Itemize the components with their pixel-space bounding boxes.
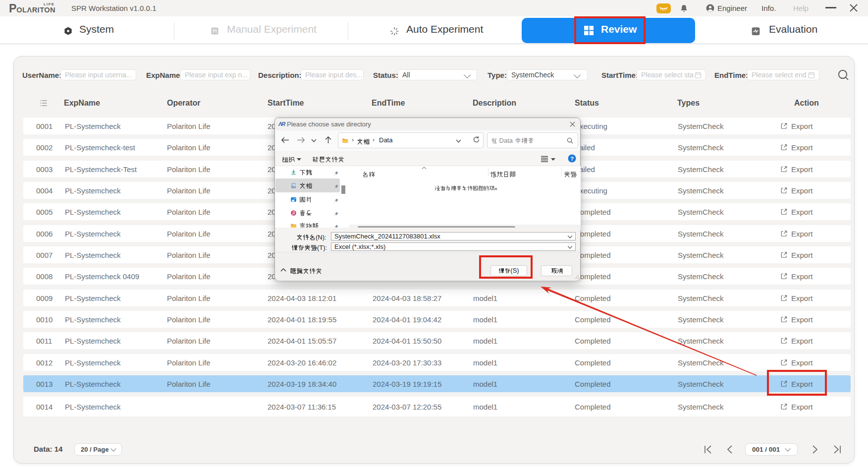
svg-text:?: ? <box>570 156 574 162</box>
